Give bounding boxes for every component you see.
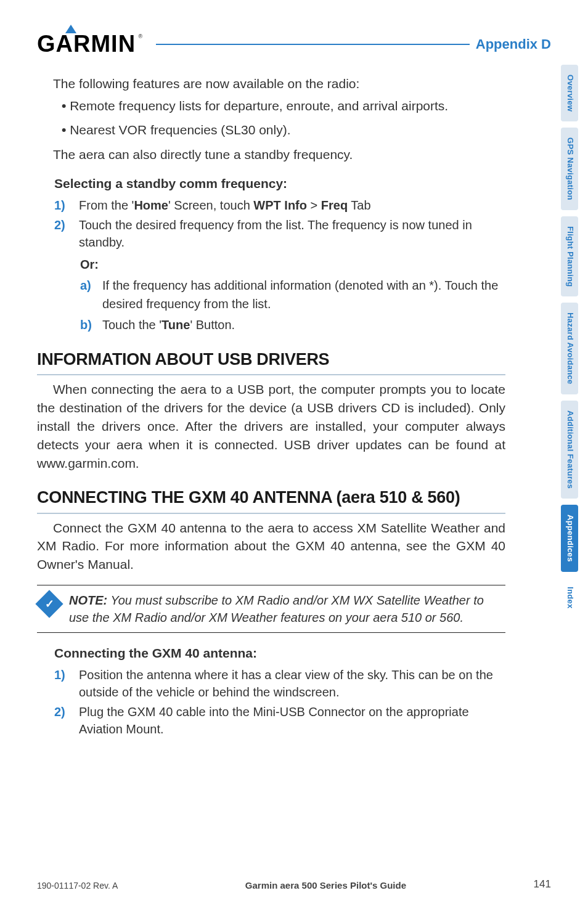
substep-number: b) xyxy=(80,316,95,334)
step-text: Touch the desired frequency from the lis… xyxy=(79,216,505,251)
connect-steps: 1) Position the antenna where it has a c… xyxy=(37,666,505,738)
list-item: a) If the frequency has additional infor… xyxy=(80,276,505,313)
standby-substeps: a) If the frequency has additional infor… xyxy=(37,276,505,334)
or-label: Or: xyxy=(80,256,505,274)
logo-triangle-icon xyxy=(65,25,76,33)
intro-lead: The following features are now available… xyxy=(37,75,505,93)
list-item: b) Touch the 'Tune' Button. xyxy=(80,316,505,334)
tab-appendices: Appendices xyxy=(561,505,578,572)
step-text: From the 'Home' Screen, touch WPT Info >… xyxy=(79,197,371,214)
tab-flight-planning: Flight Planning xyxy=(561,216,578,296)
step-number: 2) xyxy=(54,216,70,251)
tab-hazard-avoidance: Hazard Avoidance xyxy=(561,303,578,394)
list-item: 2) Plug the GXM 40 cable into the Mini-U… xyxy=(54,703,505,738)
gxm-heading: CONNECTING THE GXM 40 ANTENNA (aera 510 … xyxy=(37,486,505,513)
bold: Tune xyxy=(161,318,190,332)
standby-heading: Selecting a standby comm frequency: xyxy=(54,174,505,193)
tab-overview: Overview xyxy=(561,65,578,121)
logo-text: GARMIN xyxy=(37,31,136,57)
footer-page: 141 xyxy=(534,878,551,891)
logo-registered: ® xyxy=(139,33,143,39)
check-icon: ✓ xyxy=(45,596,54,612)
usb-heading: INFORMATION ABOUT USB DRIVERS xyxy=(37,348,505,375)
text: ' Button. xyxy=(190,318,235,332)
list-item: 2) Touch the desired frequency from the … xyxy=(54,216,505,251)
tab-additional-features: Additional Features xyxy=(561,401,578,499)
note-label: NOTE: xyxy=(69,593,107,607)
note-text: NOTE: You must subscribe to XM Radio and… xyxy=(69,592,505,626)
note-box: ✓ NOTE: You must subscribe to XM Radio a… xyxy=(37,585,505,633)
text: Touch the ' xyxy=(102,318,161,332)
footer-left: 190-01117-02 Rev. A xyxy=(37,881,118,891)
list-item: 1) Position the antenna where it has a c… xyxy=(54,666,505,701)
bold: Freq xyxy=(321,198,348,212)
connect-heading: Connecting the GXM 40 antenna: xyxy=(54,644,505,662)
text: ' Screen, touch xyxy=(168,198,253,212)
step-number: 1) xyxy=(54,197,70,214)
header-rule-wrap: Appendix D xyxy=(156,36,551,52)
substep-number: a) xyxy=(80,276,95,313)
step-text: Position the antenna where it has a clea… xyxy=(79,666,505,701)
substep-text: Touch the 'Tune' Button. xyxy=(102,316,235,334)
garmin-logo: GARMIN ® xyxy=(37,31,142,57)
usb-body: When connecting the aera to a USB port, … xyxy=(37,380,505,472)
text: > xyxy=(307,198,321,212)
bold: WPT Info xyxy=(253,198,307,212)
footer-center: Garmin aera 500 Series Pilot's Guide xyxy=(245,880,406,891)
note-icon: ✓ xyxy=(35,590,63,618)
side-tabs: Overview GPS Navigation Flight Planning … xyxy=(561,65,578,617)
gxm-body: Connect the GXM 40 antenna to the aera t… xyxy=(37,519,505,574)
tab-index: Index xyxy=(561,578,578,617)
page-footer: 190-01117-02 Rev. A Garmin aera 500 Seri… xyxy=(37,878,551,891)
tab-gps-navigation: GPS Navigation xyxy=(561,128,578,210)
list-item: Remote frequency lists for departure, en… xyxy=(62,97,505,115)
header-rule xyxy=(156,44,470,45)
appendix-label: Appendix D xyxy=(476,36,551,52)
step-text: Plug the GXM 40 cable into the Mini-USB … xyxy=(79,703,505,738)
note-body: You must subscribe to XM Radio and/or XM… xyxy=(69,593,484,624)
intro-after: The aera can also directly tune a standb… xyxy=(37,145,505,164)
substep-text: If the frequency has additional informat… xyxy=(102,276,505,313)
step-number: 2) xyxy=(54,703,70,738)
page-content: The following features are now available… xyxy=(37,75,505,738)
list-item: Nearest VOR frequencies (SL30 only). xyxy=(62,121,505,139)
step-number: 1) xyxy=(54,666,70,701)
feature-bullets: Remote frequency lists for departure, en… xyxy=(37,97,505,139)
text: Tab xyxy=(348,198,370,212)
page-header: GARMIN ® Appendix D xyxy=(37,31,551,57)
standby-steps: 1) From the 'Home' Screen, touch WPT Inf… xyxy=(37,197,505,251)
list-item: 1) From the 'Home' Screen, touch WPT Inf… xyxy=(54,197,505,214)
text: From the ' xyxy=(79,198,134,212)
bold: Home xyxy=(134,198,168,212)
